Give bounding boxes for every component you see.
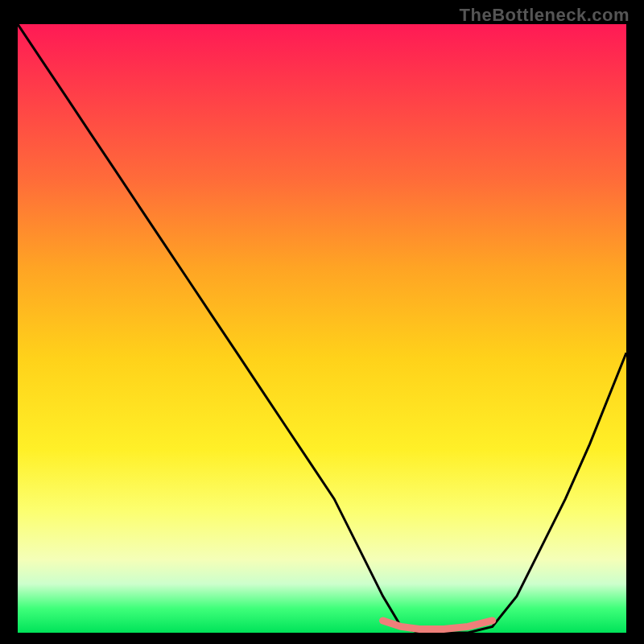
watermark-text: TheBottleneck.com [460,5,630,26]
chart-background-gradient [18,24,626,633]
chart-frame [18,24,626,633]
chart-root: TheBottleneck.com [0,0,644,644]
